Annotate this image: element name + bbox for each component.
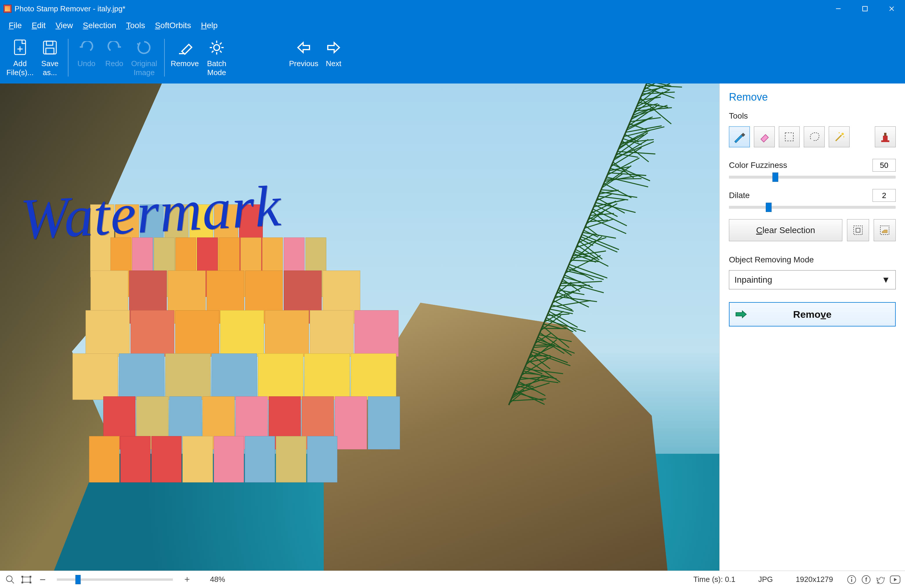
close-button[interactable] (878, 0, 905, 17)
app-icon (3, 5, 12, 13)
fit-to-screen-button[interactable] (20, 574, 32, 586)
svg-line-75 (606, 179, 641, 179)
svg-line-18 (220, 43, 222, 44)
status-bar: − + 48% Time (s): 0.1 JPG 1920x1279 f (0, 571, 905, 588)
toolbar-separator (164, 39, 165, 76)
svg-point-185 (838, 132, 840, 133)
svg-rect-195 (23, 577, 30, 582)
original-image-button[interactable]: Original Image (128, 36, 160, 81)
lasso-tool[interactable] (804, 127, 825, 147)
redo-button[interactable]: Redo (100, 36, 128, 81)
svg-line-111 (573, 251, 606, 256)
time-label: Time (s): 0.1 (693, 575, 735, 584)
color-fuzziness-slider[interactable] (729, 176, 896, 179)
original-image-label: Original Image (128, 59, 160, 77)
undo-icon (79, 38, 94, 57)
arrow-right-icon (735, 310, 747, 319)
remove-label: Remove (171, 59, 199, 68)
menu-edit[interactable]: Edit (32, 21, 46, 30)
add-file-icon (12, 38, 28, 57)
svg-rect-197 (30, 576, 31, 578)
dimensions-label: 1920x1279 (795, 575, 833, 584)
tools-row (729, 127, 896, 147)
load-selection-button[interactable] (874, 219, 896, 241)
redo-icon (106, 38, 122, 57)
remove-button[interactable]: Remove (169, 36, 201, 81)
format-label: JPG (748, 575, 783, 584)
zoom-in-button[interactable]: + (181, 574, 193, 586)
zoom-slider[interactable] (57, 578, 173, 581)
dilate-input[interactable] (873, 189, 896, 202)
save-icon (42, 38, 58, 57)
svg-line-16 (212, 43, 213, 44)
svg-rect-199 (30, 582, 31, 583)
marker-tool[interactable] (729, 127, 750, 147)
menu-selection[interactable]: Selection (83, 21, 116, 30)
svg-point-184 (841, 133, 844, 135)
clone-stamp-tool[interactable] (875, 127, 896, 147)
svg-point-11 (214, 44, 219, 51)
toolbar: Add File(s)... Save as... Undo Redo (0, 33, 905, 84)
facebook-icon[interactable]: f (861, 574, 872, 585)
mode-value: Inpainting (734, 275, 772, 285)
info-icon[interactable] (846, 574, 857, 585)
menu-tools[interactable]: Tools (126, 21, 145, 30)
eraser-icon (176, 38, 194, 57)
panel-title: Remove (729, 91, 896, 103)
color-fuzziness-input[interactable] (873, 159, 896, 172)
menu-file[interactable]: File (9, 21, 22, 30)
canvas-area[interactable]: Watermark (0, 84, 719, 571)
svg-rect-188 (883, 136, 888, 140)
menu-softorbits[interactable]: SoftOrbits (155, 21, 191, 30)
svg-rect-9 (46, 48, 54, 54)
svg-line-19 (212, 51, 213, 52)
arrow-left-icon (296, 38, 311, 57)
pine-branch-decoration (360, 84, 719, 502)
mode-select[interactable]: Inpainting ▼ (729, 270, 896, 289)
clear-selection-button[interactable]: Clear Selection (729, 219, 842, 241)
svg-rect-182 (785, 133, 793, 141)
menu-help[interactable]: Help (201, 21, 218, 30)
svg-marker-206 (894, 578, 897, 581)
svg-rect-187 (881, 140, 889, 142)
svg-rect-191 (856, 228, 860, 232)
zoom-percent-label: 48% (210, 575, 225, 584)
undo-button[interactable]: Undo (73, 36, 100, 81)
mode-label: Object Removing Mode (729, 255, 896, 265)
batch-mode-label: Batch Mode (201, 59, 233, 77)
svg-rect-189 (884, 133, 886, 136)
remove-action-button[interactable]: Remove (729, 302, 896, 326)
svg-line-133 (553, 287, 584, 303)
minimize-button[interactable] (825, 0, 852, 17)
maximize-button[interactable] (852, 0, 878, 17)
add-files-button[interactable]: Add File(s)... (4, 36, 36, 81)
redo-label: Redo (105, 59, 123, 68)
svg-line-135 (551, 300, 591, 307)
chevron-down-icon: ▼ (881, 275, 890, 285)
arrow-right-icon (326, 38, 341, 57)
dilate-slider[interactable] (729, 206, 896, 209)
svg-rect-198 (21, 582, 23, 583)
magic-wand-tool[interactable] (829, 127, 849, 147)
previous-button[interactable]: Previous (288, 36, 320, 81)
svg-line-183 (836, 135, 841, 141)
rectangle-select-tool[interactable] (779, 127, 800, 147)
twitter-icon[interactable] (875, 574, 886, 585)
youtube-icon[interactable] (889, 574, 901, 585)
svg-point-201 (851, 577, 852, 578)
gear-icon (208, 38, 225, 57)
add-files-label: Add File(s)... (4, 59, 36, 77)
zoom-out-button[interactable]: − (37, 574, 49, 586)
title-bar: Photo Stamp Remover - italy.jpg* (0, 0, 905, 17)
save-selection-button[interactable] (847, 219, 869, 241)
menu-view[interactable]: View (56, 21, 73, 30)
tools-label: Tools (729, 111, 896, 120)
zoom-reset-button[interactable] (4, 574, 16, 586)
batch-mode-button[interactable]: Batch Mode (201, 36, 233, 81)
save-as-button[interactable]: Save as... (36, 36, 64, 81)
watermark-text: Watermark (19, 173, 283, 252)
svg-line-113 (571, 260, 599, 262)
eraser-tool[interactable] (754, 127, 775, 147)
svg-line-194 (11, 581, 14, 583)
next-button[interactable]: Next (320, 36, 348, 81)
